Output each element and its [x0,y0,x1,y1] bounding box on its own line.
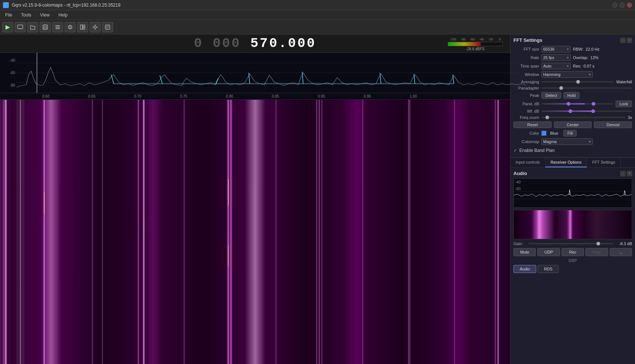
udp-button[interactable]: UDP [537,248,560,256]
ylabel-80: -80 [1,83,15,87]
wf-db-label: Wf. dB [513,109,539,113]
play-button[interactable]: ▶ [2,22,13,32]
audio-close-btn[interactable]: ✕ [627,171,632,176]
audio-tab-audio[interactable]: Audio [513,265,536,273]
svg-rect-6 [55,25,60,26]
demod-button[interactable]: Demod [594,121,632,128]
remote-button[interactable] [65,22,76,32]
tab-input-controls[interactable]: Input controls [510,158,545,167]
wf-db-slider[interactable] [541,110,632,112]
info-button[interactable] [102,22,113,32]
open-button[interactable] [27,22,38,32]
fill-button[interactable]: Fill [563,130,577,136]
overlap-value: 12% [591,55,599,60]
menu-view[interactable]: View [36,12,53,18]
svg-rect-41 [228,100,229,364]
rbw-label: RBW: [573,47,584,51]
averaging-slider[interactable] [541,81,614,83]
gain-thumb[interactable] [596,242,600,245]
color-row: Color Blue Fill [513,130,632,136]
menu-tools[interactable]: Tools [17,12,35,18]
center-button[interactable]: Center [554,121,592,128]
svg-rect-59 [16,100,24,364]
audio-waveform: -40 -60 [513,178,632,208]
svg-rect-65 [569,210,571,239]
mute-button[interactable]: Mute [513,248,536,256]
rec-button[interactable]: Rec [562,248,584,256]
rate-select[interactable]: 25 fps 10 fps 50 fps [541,54,571,61]
peak-detect-button[interactable]: Detect [541,92,561,99]
menu-help[interactable]: Help [55,12,71,18]
svg-rect-51 [495,100,496,364]
save-button[interactable] [40,22,51,32]
maximize-button[interactable] [620,3,625,8]
panadapter-thumb[interactable] [559,86,563,90]
gain-row: Gain: -8.3 dB [513,241,632,246]
pand-lock-button[interactable]: Lock [616,101,632,107]
colormap-select-wrapper[interactable]: Magma Viridis Plasma Inferno [541,138,593,145]
reset-button[interactable]: Reset [513,121,552,128]
svg-rect-40 [227,100,228,364]
fft-size-select-wrapper[interactable]: 65536 32768 16384 [541,46,571,52]
pand-db-thumb-left[interactable] [567,102,570,106]
waveform-svg [514,179,632,207]
timespan-select[interactable]: Auto 1 s 5 s [541,63,571,69]
titlebar-controls[interactable] [612,3,632,8]
timespan-select-wrapper[interactable]: Auto 1 s 5 s [541,63,571,69]
panadapter-slider[interactable] [541,87,632,89]
tab-receiver-options[interactable]: Receiver Options [545,158,587,167]
svg-rect-60 [514,179,632,207]
rate-select-wrapper[interactable]: 25 fps 10 fps 50 fps [541,54,571,61]
config-button[interactable] [52,22,63,32]
audio-bottom-tabs: Audio RDS [513,265,632,273]
freq-zoom-slider[interactable] [541,117,625,118]
tab-fft-settings[interactable]: FFT Settings [587,158,621,167]
svg-rect-7 [55,27,60,28]
averaging-thumb[interactable] [576,80,580,84]
svg-rect-34 [92,100,93,364]
signal-bar-fill [448,42,481,46]
svg-rect-39 [184,100,185,364]
audio-tab-rds[interactable]: RDS [538,265,559,273]
color-swatch[interactable] [541,131,546,136]
window-select[interactable]: Hamming Hann Blackman [541,71,593,78]
wf-db-thumb-left[interactable] [569,109,572,113]
fft-panel-float-btn[interactable]: ◇ [620,38,625,43]
svg-rect-48 [408,100,409,364]
waterfall[interactable] [0,100,510,364]
pand-db-slider[interactable] [541,103,613,105]
peak-hold-button[interactable]: Hold [563,92,580,99]
close-button[interactable] [627,3,632,8]
band-plan-check[interactable]: ✓ [513,148,517,153]
audio-float-btn[interactable]: ◇ [620,171,625,176]
pand-db-thumb-right[interactable] [592,102,595,106]
menu-file[interactable]: File [1,12,16,18]
svg-rect-42 [230,100,232,364]
fft-panel-close-btn[interactable]: ✕ [627,38,632,43]
spectrum-plot[interactable]: -40 -60 -80 [0,53,510,93]
freq-zoom-value: 3x [628,115,632,120]
more-button[interactable]: ... [610,248,632,256]
tools-button[interactable] [90,22,101,32]
rbw-value: 22.0 Hz [586,47,600,51]
overlap-label: Overlap: [573,55,588,60]
audio-header: Audio ◇ ✕ [513,171,632,176]
colormap-select[interactable]: Magma Viridis Plasma Inferno [541,138,593,145]
wf-db-thumb-right[interactable] [591,109,595,113]
freq-zoom-thumb[interactable] [545,116,549,119]
svg-rect-11 [80,25,82,29]
titlebar: Gqrx v2.15.9-8-colormaps - rtl_tcp=192.1… [0,0,635,10]
minimize-button[interactable] [612,3,617,8]
fft-settings-panel: FFT Settings ◇ ✕ FFT size 65536 32768 16… [510,34,635,157]
gain-slider[interactable] [528,243,613,244]
titlebar-left: Gqrx v2.15.9-8-colormaps - rtl_tcp=192.1… [3,2,120,8]
layout-button[interactable] [77,22,88,32]
peak-label: Peak [513,93,539,98]
window-select-wrapper[interactable]: Hamming Hann Blackman [541,71,593,78]
color-name: Blue [550,131,558,135]
res-label: Res: [573,64,581,68]
fft-size-select[interactable]: 65536 32768 16384 [541,46,571,52]
averaging-row: Averaging Waterfall [513,80,632,84]
play-audio-button[interactable]: Play [585,248,608,256]
screen-button[interactable] [15,22,26,32]
